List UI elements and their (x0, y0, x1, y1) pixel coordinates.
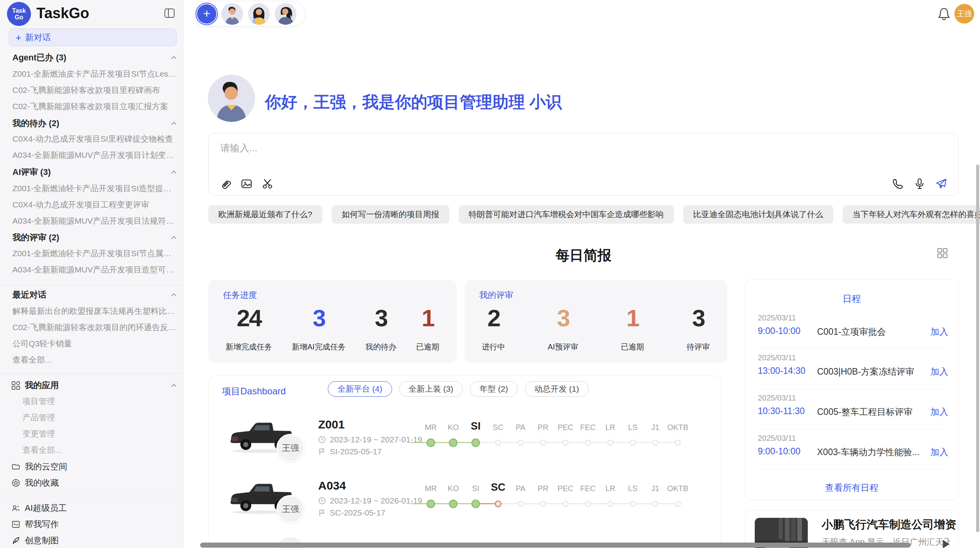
sidebar-item[interactable]: A034-全新新能源MUV产品开发项目法规符合性评审 (12, 213, 177, 229)
schedule-date: 2025/03/11 (758, 313, 796, 322)
section-header-agent-done[interactable]: Agent已办 (3) (12, 49, 177, 66)
scroll-right-arrow[interactable] (943, 540, 949, 548)
sidebar-item-favorites[interactable]: 我的收藏 (12, 474, 177, 491)
microphone-icon[interactable] (913, 178, 926, 190)
sidebar-item-cloud-space[interactable]: 我的云空间 (12, 458, 177, 475)
sidebar-item[interactable]: C02-飞腾新能源轻客改款项目的闭环通告反馈情况 (12, 319, 177, 336)
schedule-date: 2025/03/11 (758, 434, 796, 443)
milestone-dot (427, 438, 435, 447)
notification-bell-icon[interactable] (937, 7, 951, 21)
section-header-my-review[interactable]: 我的评审 (2) (12, 229, 177, 246)
tab-new-platform[interactable]: 全新平台 (4) (328, 381, 392, 397)
avatar-assistant-3[interactable] (275, 3, 296, 25)
milestone-dot (585, 501, 591, 507)
schedule-date: 2025/03/11 (758, 394, 796, 402)
sidebar-item[interactable]: Z001-全新燃油轻卡产品开发项目SI造型提交物评审 (12, 180, 177, 197)
project-id[interactable]: A034 (318, 479, 346, 492)
phone-call-icon[interactable] (892, 178, 904, 190)
horizontal-scrollbar[interactable] (200, 543, 911, 548)
daily-briefing-title: 每日简报 (208, 246, 959, 265)
schedule-date: 2025/03/11 (758, 353, 796, 362)
project-id[interactable]: Z001 (318, 418, 344, 431)
suggestion-chip[interactable]: 特朗普可能对进口汽车增税会对中国车企造成哪些影响 (459, 205, 674, 224)
sidebar-item[interactable]: C02-飞腾新能源轻客改款项目立项汇报方案 (12, 98, 177, 115)
sidebar-item[interactable]: Z001-全新燃油轻卡产品开发项目SI节点属性5D文件评审 (12, 245, 177, 262)
send-icon[interactable] (935, 178, 947, 190)
milestone-label: OKTB (667, 423, 688, 432)
app-title: TaskGo (36, 5, 89, 22)
sidebar-item[interactable]: 公司Q3轻卡销量 (12, 336, 177, 352)
project-row[interactable]: 王强 A034 2023-12-19 ~ 2026-01-19 SC-2025-… (209, 468, 721, 529)
stat-overdue: 1 已逾期 (416, 303, 439, 363)
sidebar-item[interactable]: C0X4-动力总成开发项目SI里程碑提交物检查 (12, 131, 177, 147)
sidebar-item-change-mgmt[interactable]: 变更管理 (22, 426, 177, 442)
attachment-icon[interactable] (219, 178, 232, 190)
sidebar-item-help-write[interactable]: 帮我写作 (12, 516, 177, 533)
milestone-dot (585, 440, 591, 446)
logo-line2: Go (15, 14, 23, 21)
join-link[interactable]: 加入 (930, 326, 948, 338)
task-progress-card: 任务进度 24 新增完成任务 3 新增AI完成任务 3 我的待办 1 已逾期 (208, 280, 457, 363)
milestone-track: MRKOSISCPAPRPECFECLRLSJ1OKTB (403, 407, 709, 468)
scissors-icon[interactable] (261, 178, 274, 190)
milestone-label: PR (538, 423, 548, 432)
suggestion-chip[interactable]: 比亚迪全固态电池计划具体说了什么 (683, 205, 833, 224)
vertical-scrollbar[interactable] (976, 164, 979, 532)
section-header-recent-chats[interactable]: 最近对话 (12, 286, 177, 303)
sidebar-item[interactable]: A034-全新新能源MUV产品开发项目计划变更表编写 (12, 147, 177, 163)
add-assistant-button[interactable]: + (197, 4, 216, 24)
tab-year-model[interactable]: 年型 (2) (470, 381, 518, 397)
milestone-dot (517, 440, 524, 446)
schedule-event: C001-立项审批会 (817, 326, 886, 338)
sidebar-item[interactable]: Z001-全新燃油皮卡产品开发项目SI节点Lesson Learn报告 (12, 66, 177, 82)
milestone-dot (562, 440, 569, 446)
sidebar-item[interactable]: 解释最新出台的欧盟报废车法规再生塑料比例被调至15%... (12, 303, 177, 319)
milestone-dot (562, 501, 569, 507)
milestone-dot (630, 501, 636, 507)
user-avatar[interactable]: 王强 (954, 4, 974, 24)
milestone-dot (517, 501, 524, 507)
schedule-event: C005-整车工程目标评审 (817, 406, 913, 418)
section-header-my-apps[interactable]: 我的应用 (12, 377, 177, 394)
avatar-assistant-2[interactable] (248, 3, 270, 25)
section-header-my-todo[interactable]: 我的待办 (2) (12, 115, 177, 132)
sidebar-item[interactable]: C0X4-动力总成开发项目工程变更评审 (12, 197, 177, 213)
milestone-label: PEC (557, 423, 573, 432)
view-all-schedule-link[interactable]: 查看所有日程 (745, 482, 958, 494)
chevron-up-icon (171, 122, 177, 125)
collapse-sidebar-icon[interactable] (164, 9, 175, 18)
sidebar-item-product-mgmt[interactable]: 产品管理 (22, 409, 177, 426)
sidebar-item[interactable]: C02-飞腾新能源轻客改款项目里程碑画布 (12, 82, 177, 98)
view-all-chats-link[interactable]: 查看全部... (12, 352, 177, 368)
layout-grid-icon[interactable] (937, 248, 947, 258)
new-chat-button[interactable]: + 新对话 (9, 29, 176, 46)
image-icon[interactable] (240, 178, 253, 190)
avatar-assistant-1[interactable] (221, 3, 243, 25)
join-link[interactable]: 加入 (930, 406, 948, 418)
sidebar-item-project-mgmt[interactable]: 项目管理 (22, 393, 177, 409)
schedule-time: 9:00-10:00 (758, 446, 800, 457)
sidebar: Task Go TaskGo + 新对话 Agent已办 (3) Z001-全新… (0, 0, 183, 548)
divider (758, 469, 946, 469)
suggestion-chip[interactable]: 欧洲新规最近颁布了什么? (208, 205, 322, 224)
join-link[interactable]: 加入 (930, 446, 948, 458)
milestone-label: MR (425, 484, 437, 493)
project-row[interactable]: 王强 Z001 2023-12-19 ~ 2027-01-19 SI-2025-… (209, 407, 721, 468)
milestone-dot (449, 500, 457, 508)
milestone-label: OKTB (667, 484, 688, 493)
chat-input[interactable] (220, 142, 840, 169)
tab-new-body[interactable]: 全新上装 (3) (399, 381, 463, 397)
suggestion-chip[interactable]: 当下年轻人对汽车外观有怎样的喜好趋势 (843, 205, 980, 224)
news-title: 小鹏飞行汽车制造公司增资 (822, 517, 956, 533)
sidebar-item-ai-employee[interactable]: AI超级员工 (12, 500, 177, 517)
tab-powertrain[interactable]: 动总开发 (1) (525, 381, 589, 397)
join-link[interactable]: 加入 (930, 366, 948, 378)
chevron-up-icon (171, 384, 177, 387)
milestone-label: LS (628, 484, 637, 493)
section-header-ai-review[interactable]: AI评审 (3) (12, 164, 177, 181)
suggestion-chip[interactable]: 如何写一份清晰的项目周报 (332, 205, 449, 224)
view-all-apps-link[interactable]: 查看全部... (22, 442, 177, 458)
sidebar-item-creative-draw[interactable]: 创意制图 (12, 532, 177, 548)
chat-input-card (208, 133, 959, 196)
sidebar-item[interactable]: A034-全新新能源MUV产品开发项目造型可行性评审 (12, 262, 177, 278)
